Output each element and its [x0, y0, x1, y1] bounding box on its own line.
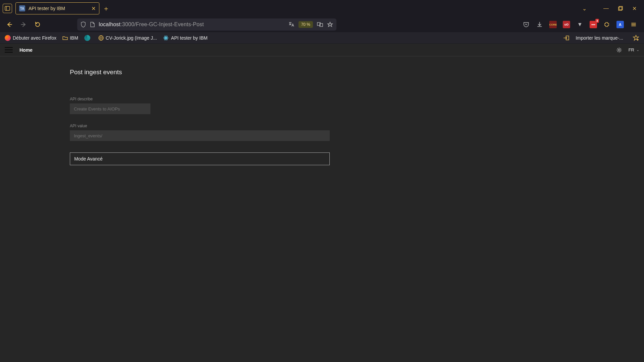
- window-controls: — ✕: [603, 5, 641, 12]
- tab-close-button[interactable]: ✕: [91, 5, 96, 12]
- extension-badge: 3: [595, 19, 599, 23]
- svg-rect-0: [5, 6, 10, 10]
- bookmark-item[interactable]: API tester by IBM: [163, 35, 208, 41]
- svg-line-31: [617, 48, 618, 49]
- svg-line-32: [620, 51, 621, 52]
- svg-rect-7: [320, 24, 323, 27]
- app-header: Home FR ⌄: [0, 44, 644, 56]
- tracking-shield-icon[interactable]: [81, 21, 86, 28]
- close-window-button[interactable]: ✕: [632, 5, 637, 12]
- breadcrumb-home[interactable]: Home: [19, 47, 33, 53]
- forward-button[interactable]: [19, 20, 28, 29]
- chevron-down-icon: ⌄: [636, 48, 639, 52]
- folder-icon: [62, 36, 68, 40]
- sidebar-toggle-button[interactable]: [3, 4, 12, 13]
- extension-lastpass-icon[interactable]: •••3: [590, 21, 597, 28]
- bookmark-label: IBM: [70, 35, 78, 41]
- import-bookmarks-label[interactable]: Importer les marque-...: [576, 35, 623, 41]
- svg-line-34: [620, 48, 621, 49]
- translate-alt-icon[interactable]: [317, 21, 323, 28]
- import-bookmarks-star-icon[interactable]: [633, 35, 639, 41]
- theme-toggle-button[interactable]: [616, 47, 622, 53]
- bookmark-item[interactable]: [84, 35, 92, 41]
- zoom-badge[interactable]: 70 %: [298, 21, 313, 28]
- browser-tabstrip: TA API tester by IBM ✕ ＋ ⌄ — ✕: [0, 0, 644, 17]
- back-button[interactable]: [5, 20, 14, 29]
- reload-button[interactable]: [33, 20, 42, 29]
- new-tab-button[interactable]: ＋: [103, 4, 109, 13]
- url-path: :3000/Free-GC-Injest-Events-Post: [121, 21, 204, 27]
- url-host: localhost: [99, 21, 121, 27]
- url-bar[interactable]: localhost:3000/Free-GC-Injest-Events-Pos…: [77, 18, 336, 31]
- globe-icon: [98, 35, 104, 41]
- bookmark-item[interactable]: Débuter avec Firefox: [5, 35, 56, 41]
- svg-marker-8: [328, 22, 332, 27]
- react-icon: [163, 35, 169, 41]
- advanced-mode-button[interactable]: Mode Avancé: [70, 152, 330, 165]
- extensions-button[interactable]: [603, 21, 610, 28]
- hamburger-button[interactable]: [5, 47, 13, 53]
- bookmark-item[interactable]: IBM: [62, 35, 78, 41]
- extension-viwizard-icon[interactable]: ▼: [576, 21, 584, 28]
- api-describe-input[interactable]: [70, 103, 150, 114]
- content-column: Post ingest events API describe API valu…: [70, 56, 330, 362]
- minimize-button[interactable]: —: [603, 5, 609, 11]
- extension-ublock-icon[interactable]: uO: [563, 21, 570, 28]
- pocket-icon[interactable]: [522, 21, 530, 28]
- import-bookmarks-icon[interactable]: [563, 35, 569, 41]
- language-selector[interactable]: FR ⌄: [629, 47, 639, 52]
- svg-rect-6: [317, 22, 320, 26]
- bookmark-label: CV-Jorick.jpg (Image J...: [106, 35, 157, 41]
- bookmark-item[interactable]: CV-Jorick.jpg (Image J...: [98, 35, 157, 41]
- bookmark-star-icon[interactable]: [327, 21, 333, 28]
- url-text: localhost:3000/Free-GC-Injest-Events-Pos…: [99, 21, 284, 28]
- api-describe-label: API describe: [70, 97, 330, 101]
- api-value-label: API value: [70, 124, 330, 128]
- browser-tab[interactable]: TA API tester by IBM ✕: [15, 2, 99, 14]
- api-value-input[interactable]: [70, 130, 330, 141]
- ring-icon: [84, 35, 90, 41]
- firefox-logo-icon: [5, 35, 11, 41]
- svg-line-33: [617, 51, 618, 52]
- extension-gtranslate-icon[interactable]: A: [616, 21, 624, 28]
- app-menu-button[interactable]: [630, 21, 637, 28]
- tab-favicon-icon: TA: [19, 5, 25, 11]
- bookmark-label: Débuter avec Firefox: [13, 35, 56, 41]
- app-root: Home FR ⌄ Post ingest events API describ…: [0, 44, 644, 362]
- bookmarks-bar: Débuter avec Firefox IBM CV-Jorick.jpg (…: [0, 32, 644, 44]
- site-info-icon[interactable]: [90, 22, 95, 27]
- browser-navbar: localhost:3000/Free-GC-Injest-Events-Pos…: [0, 17, 644, 32]
- svg-point-26: [618, 49, 620, 51]
- page-title: Post ingest events: [70, 69, 330, 76]
- language-label: FR: [629, 47, 634, 52]
- extension-core-icon[interactable]: CORE: [549, 21, 557, 28]
- list-all-tabs-button[interactable]: ⌄: [582, 5, 587, 12]
- translate-icon[interactable]: [288, 21, 294, 28]
- tab-title: API tester by IBM: [29, 6, 88, 11]
- svg-point-17: [166, 37, 167, 38]
- maximize-button[interactable]: [618, 6, 623, 11]
- toolbar-extensions: CORE uO ▼ •••3 A: [522, 21, 639, 28]
- bookmark-label: API tester by IBM: [171, 35, 208, 41]
- downloads-icon[interactable]: [536, 21, 543, 28]
- page-body: Post ingest events API describe API valu…: [0, 56, 644, 362]
